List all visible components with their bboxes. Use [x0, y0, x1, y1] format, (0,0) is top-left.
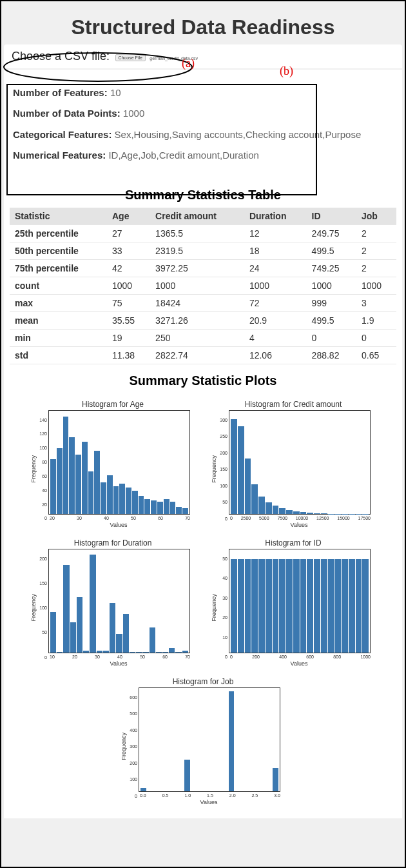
histogram-bar — [150, 627, 155, 653]
x-tick: 70 — [185, 655, 190, 659]
y-tick: 10 — [217, 635, 227, 640]
stats-cell: 249.75 — [307, 225, 356, 242]
x-tick: 1.5 — [207, 793, 213, 798]
table-row: mean35.553271.2620.9499.51.9 — [10, 312, 396, 330]
points-count-value: 1000 — [123, 108, 144, 119]
stats-cell: 1.9 — [356, 312, 396, 330]
y-axis-label: Frequency — [29, 455, 37, 483]
histogram-bar — [156, 652, 162, 653]
stats-cell: 19 — [107, 330, 150, 347]
y-tick: 0 — [127, 794, 137, 798]
plot-area — [229, 549, 371, 653]
y-tick: 200 — [37, 557, 47, 561]
x-tick: 0.0 — [140, 793, 146, 798]
categorical-label: Categorical Features: — [13, 129, 111, 140]
histogram-bar — [176, 507, 182, 514]
stats-cell: 2 — [356, 242, 396, 260]
y-axis-label: Frequency — [209, 594, 217, 622]
histogram-bar — [119, 484, 125, 514]
histogram-bar — [88, 471, 94, 514]
stats-cell: 1365.5 — [150, 225, 244, 242]
stats-cell: 288.82 — [307, 347, 356, 364]
y-tick: 60 — [37, 474, 47, 478]
histogram-bar — [349, 514, 355, 515]
histogram-bar — [144, 499, 150, 514]
stats-cell: 1000 — [307, 277, 356, 295]
x-tick: 3.0 — [274, 793, 280, 798]
choose-file-button[interactable]: Choose File — [115, 54, 146, 61]
stats-header-cell: Job — [356, 208, 396, 225]
stats-cell: 20.9 — [244, 312, 307, 330]
histogram-bar — [328, 514, 334, 515]
x-tick: 0 — [230, 655, 233, 659]
histogram-bar — [334, 514, 341, 515]
stats-cell: 0 — [356, 330, 396, 347]
stats-cell: 2319.5 — [150, 242, 244, 260]
histogram-bar — [231, 559, 237, 653]
histogram-bar — [334, 559, 341, 653]
stats-row-label: 75th percentile — [10, 260, 107, 277]
histogram-bar — [83, 651, 89, 653]
table-row: 75th percentile423972.2524749.252 — [10, 260, 396, 277]
x-tick: 60 — [158, 516, 163, 520]
plot-title: Histogram for Duration — [29, 538, 197, 547]
table-row: std11.382822.7412.06288.820.65 — [10, 347, 396, 364]
histogram-bar — [82, 442, 88, 514]
stats-header-cell: ID — [307, 208, 356, 225]
x-tick: 15000 — [337, 516, 349, 520]
y-tick: 20 — [37, 502, 47, 507]
histogram-bar — [293, 559, 300, 653]
points-count-label: Number of Data Points: — [13, 108, 121, 119]
plots-grid: Histogram for AgeFrequency02040608010012… — [23, 400, 383, 805]
histogram-bar — [132, 491, 138, 514]
stats-header-cell: Duration — [244, 208, 307, 225]
x-tick: 5000 — [259, 516, 269, 520]
annotation-label-b: (b) — [280, 64, 293, 78]
stats-cell: 499.5 — [307, 312, 356, 330]
y-axis-label: Frequency — [209, 455, 217, 483]
histogram-bar — [251, 559, 258, 653]
x-tick: 600 — [306, 655, 314, 659]
histogram-bar — [157, 502, 163, 514]
y-tick: 0 — [37, 655, 47, 660]
stats-cell: 72 — [244, 295, 307, 312]
histogram-bar — [307, 513, 313, 514]
stats-cell: 27 — [107, 225, 150, 242]
y-tick: 200 — [217, 451, 227, 455]
page-title: Structured Data Readiness — [1, 1, 405, 44]
x-tick: 0.5 — [162, 793, 169, 798]
histogram-bar — [307, 559, 313, 653]
histogram-bar — [245, 559, 251, 653]
histogram-bar — [266, 502, 272, 514]
stats-cell: 11.38 — [107, 347, 150, 364]
histogram-bar — [258, 559, 265, 653]
stats-header-cell: Credit amount — [150, 208, 244, 225]
histogram-bar — [123, 614, 129, 653]
histogram-bar — [75, 455, 81, 514]
stats-cell: 250 — [150, 330, 244, 347]
histogram-bar — [50, 459, 56, 514]
y-tick: 200 — [127, 761, 137, 765]
stats-row-label: std — [10, 347, 107, 364]
stats-cell: 18 — [244, 242, 307, 260]
stats-cell: 2 — [356, 225, 396, 242]
y-tick: 100 — [37, 446, 47, 450]
y-tick: 20 — [217, 615, 227, 620]
y-tick: 120 — [37, 431, 47, 436]
table-row: max7518424729993 — [10, 295, 396, 312]
histogram-bar — [314, 513, 320, 515]
x-tick: 800 — [333, 655, 341, 659]
x-tick: 50 — [140, 655, 145, 659]
stats-row-label: min — [10, 330, 107, 347]
y-tick: 100 — [217, 484, 227, 488]
stats-table-title: Summary Statistics Table — [4, 179, 402, 208]
y-tick: 30 — [217, 596, 227, 600]
stats-cell: 35.55 — [107, 312, 150, 330]
x-axis-label: Values — [48, 522, 189, 528]
y-tick: 250 — [217, 434, 227, 439]
y-tick: 0 — [37, 516, 47, 520]
x-tick: 1.0 — [184, 793, 191, 798]
histogram-bar — [103, 651, 109, 653]
x-tick: 10000 — [296, 516, 308, 520]
y-tick: 40 — [217, 576, 227, 580]
